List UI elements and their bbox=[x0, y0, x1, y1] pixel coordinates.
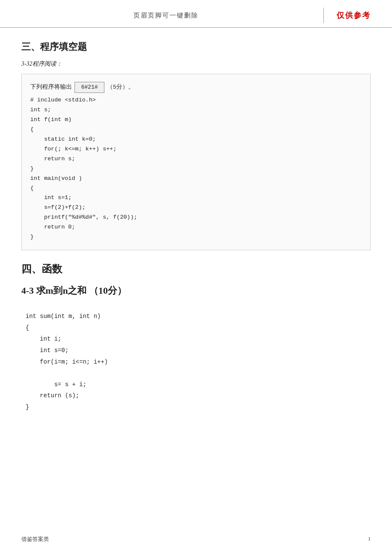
section4-code: int sum(int m, int n) { int i; int s=0; … bbox=[21, 305, 371, 419]
fill-suffix: （5分）。 bbox=[107, 83, 134, 92]
section3-problem-label: 3-32程序阅读： bbox=[21, 60, 371, 68]
code-line: # include <stdio.h> bbox=[30, 95, 362, 105]
fill-answer-box: 6#21# bbox=[75, 82, 104, 93]
fill-line: 下列程序将输出 6#21# （5分）。 bbox=[30, 82, 362, 93]
code-line: return s; bbox=[30, 154, 362, 164]
code-line: printf("%d#%d#", s, f(20)); bbox=[30, 213, 362, 223]
page-header: 页眉页脚可一键删除 仅供参考 bbox=[0, 0, 392, 28]
code-line: { bbox=[30, 125, 362, 135]
section3-code: # include <stdio.h>int s;int f(int m){ s… bbox=[30, 95, 362, 242]
page-footer: 借鉴答案类 1 bbox=[21, 535, 371, 543]
page-content: 三、程序填空题 3-32程序阅读： 下列程序将输出 6#21# （5分）。 # … bbox=[0, 28, 392, 445]
section4-title: 四、函数 bbox=[21, 262, 371, 276]
footer-right: 1 bbox=[368, 535, 371, 543]
footer-left: 借鉴答案类 bbox=[21, 535, 49, 543]
code-line: int s; bbox=[30, 105, 362, 115]
code-line: int s=1; bbox=[30, 193, 362, 203]
code-line: } bbox=[30, 164, 362, 174]
header-center-text: 页眉页脚可一键删除 bbox=[17, 12, 315, 20]
fill-prefix: 下列程序将输出 bbox=[30, 83, 72, 92]
header-divider bbox=[323, 8, 324, 23]
header-right-text: 仅供参考 bbox=[332, 10, 375, 20]
code-line: s=f(2)+f(2); bbox=[30, 203, 362, 213]
code-line: for(; k<=m; k++) s++; bbox=[30, 145, 362, 154]
code-line: int f(int m) bbox=[30, 115, 362, 125]
code-line: static int k=0; bbox=[30, 135, 362, 145]
section4-problem-title: 4-3 求m到n之和 （10分） bbox=[21, 284, 371, 297]
code-line: { bbox=[30, 184, 362, 194]
code-line: } bbox=[30, 232, 362, 242]
section3-title: 三、程序填空题 bbox=[21, 40, 371, 53]
code-line: int main(void ) bbox=[30, 174, 362, 184]
section3-code-box: 下列程序将输出 6#21# （5分）。 # include <stdio.h>i… bbox=[21, 74, 371, 250]
code-line: return 0; bbox=[30, 223, 362, 232]
